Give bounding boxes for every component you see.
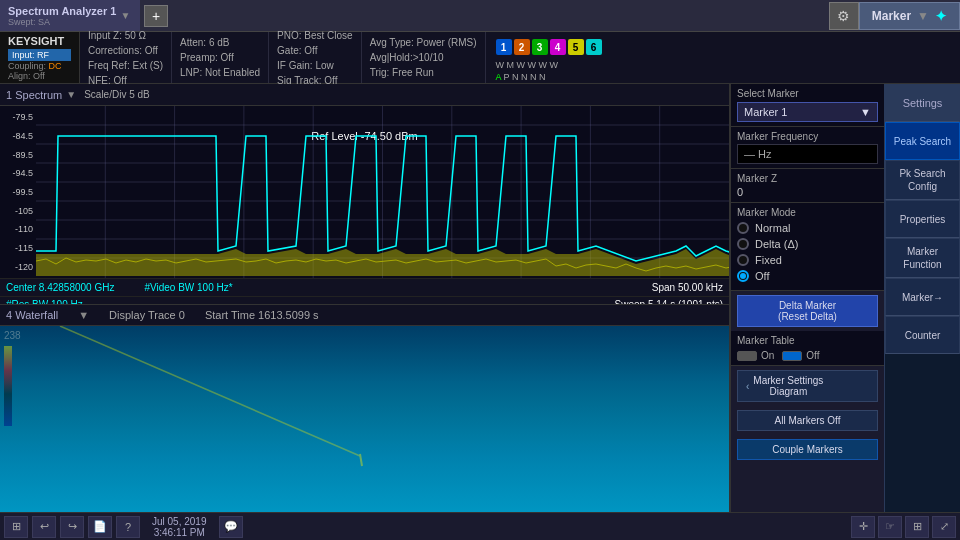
grid-view-button[interactable]: ⊞	[905, 516, 929, 538]
mode-fixed-radio	[737, 254, 749, 266]
chevron-down-icon: ▼	[120, 10, 130, 21]
marker-settings-line1: Marker Settings	[753, 375, 823, 386]
mode-off-label: Off	[755, 270, 769, 282]
marker-table-off[interactable]: Off	[782, 350, 819, 361]
date-text: Jul 05, 2019	[152, 516, 207, 527]
marker-table-on-label: On	[761, 350, 774, 361]
y-label-5: -105	[0, 206, 36, 216]
y-label-1: -84.5	[0, 131, 36, 141]
span-stat: Span 50.00 kHz	[652, 282, 723, 293]
mode-normal-label: Normal	[755, 222, 790, 234]
expand-button[interactable]: ⤢	[932, 516, 956, 538]
marker-function-button[interactable]: Marker Function	[885, 238, 960, 278]
file-icon: 📄	[93, 520, 107, 533]
pk-search-config-button[interactable]: Pk Search Config	[885, 160, 960, 200]
app-subtitle: Swept: SA	[8, 17, 116, 27]
touch-icon: ☞	[885, 520, 895, 533]
keysight-text: KEYSIGHT	[8, 35, 71, 47]
settings-sidebar-button[interactable]: Settings	[885, 84, 960, 122]
file-button[interactable]: 📄	[88, 516, 112, 538]
marker-z-section: Marker Z 0	[731, 169, 884, 203]
spectrum-dropdown-icon: ▼	[66, 89, 76, 100]
waterfall-title: 4 Waterfall	[6, 309, 58, 321]
waterfall-canvas[interactable]: 238	[0, 326, 729, 512]
marker-z-label: Marker Z	[737, 173, 878, 184]
marker-select-value: Marker 1	[744, 106, 787, 118]
marker-table-on[interactable]: On	[737, 350, 774, 361]
settings-gear-button[interactable]: ⚙	[829, 2, 859, 30]
waterfall-trace-svg	[0, 326, 729, 512]
help-icon: ?	[125, 521, 131, 533]
right-panel: Select Marker Marker 1 ▼ Marker Frequenc…	[730, 84, 960, 512]
mode-off-radio	[737, 270, 749, 282]
y-label-6: -110	[0, 224, 36, 234]
marker-z-value: 0	[737, 186, 878, 198]
touch-button[interactable]: ☞	[878, 516, 902, 538]
spectrum-header: 1 Spectrum ▼ Scale/Div 5 dB	[0, 84, 729, 106]
info-col-4: Avg Type: Power (RMS) Avg|Hold:>10/10 Tr…	[362, 32, 486, 83]
waterfall-header: 4 Waterfall ▼ Display Trace 0 Start Time…	[0, 304, 729, 326]
mode-delta-option[interactable]: Delta (Δ)	[737, 238, 878, 250]
add-tab-button[interactable]: +	[144, 5, 168, 27]
chevron-left-icon: ‹	[746, 381, 749, 392]
marker-arrow-button[interactable]: Marker→	[885, 278, 960, 316]
svg-marker-17	[36, 249, 729, 276]
app-title: Spectrum Analyzer 1	[8, 5, 116, 17]
align-info: Align: Off	[8, 71, 71, 81]
marker-settings-diagram-button[interactable]: ‹ Marker Settings Diagram	[737, 370, 878, 402]
spectrum-canvas[interactable]: Ref Level -74.50 dBm -79.5 -84.5 -89.5 -…	[0, 106, 729, 278]
mode-fixed-option[interactable]: Fixed	[737, 254, 878, 266]
info-col-2: Atten: 6 dB Preamp: Off LNP: Not Enabled	[172, 32, 269, 83]
mode-off-option[interactable]: Off	[737, 270, 878, 282]
windows-icon: ⊞	[12, 520, 21, 533]
grid-icon: ⊞	[913, 520, 922, 533]
forward-button[interactable]: ↪	[60, 516, 84, 538]
datetime-display: Jul 05, 2019 3:46:11 PM	[144, 516, 215, 538]
main-area: 1 Spectrum ▼ Scale/Div 5 dB Ref Level -7…	[0, 84, 960, 512]
couple-markers-button[interactable]: Couple Markers	[737, 439, 878, 460]
spectrum-title: 1 Spectrum	[6, 89, 62, 101]
chat-button[interactable]: 💬	[219, 516, 243, 538]
center-freq: Center 8.42858000 GHz	[6, 282, 114, 293]
help-button[interactable]: ?	[116, 516, 140, 538]
counter-button[interactable]: Counter	[885, 316, 960, 354]
back-button[interactable]: ↩	[32, 516, 56, 538]
marker-table-section: Marker Table On Off	[731, 331, 884, 366]
mode-fixed-label: Fixed	[755, 254, 782, 266]
y-label-8: -120	[0, 262, 36, 272]
ap-row: A P N N N N	[490, 71, 608, 83]
info-col-3: PNO: Best Close Gate: Off IF Gain: Low S…	[269, 32, 362, 83]
marker-label: Marker	[872, 9, 911, 23]
rf-badge: Input: RF	[8, 49, 71, 61]
coupling-info: Coupling: DC	[8, 61, 71, 71]
marker-freq-section: Marker Frequency — Hz	[731, 127, 884, 169]
y-label-7: -115	[0, 243, 36, 253]
marker-table-off-toggle	[782, 351, 802, 361]
scale-label: Scale/Div 5 dB	[84, 89, 150, 100]
delta-btn-line2: (Reset Delta)	[746, 311, 869, 322]
mode-normal-option[interactable]: Normal	[737, 222, 878, 234]
peak-search-button[interactable]: Peak Search	[885, 122, 960, 160]
select-marker-label: Select Marker	[737, 88, 878, 99]
right-sidebar: Settings Peak Search Pk Search Config Pr…	[884, 84, 960, 512]
delta-marker-button[interactable]: Delta Marker (Reset Delta)	[737, 295, 878, 327]
marker-select-dropdown[interactable]: Marker 1 ▼	[737, 102, 878, 122]
right-main: Select Marker Marker 1 ▼ Marker Frequenc…	[731, 84, 884, 512]
spectrum-panel: 1 Spectrum ▼ Scale/Div 5 dB Ref Level -7…	[0, 84, 730, 512]
waterfall-start-time: Start Time 1613.5099 s	[205, 309, 319, 321]
mode-delta-radio	[737, 238, 749, 250]
properties-button[interactable]: Properties	[885, 200, 960, 238]
windows-start-button[interactable]: ⊞	[4, 516, 28, 538]
bottom-taskbar: ⊞ ↩ ↪ 📄 ? Jul 05, 2019 3:46:11 PM 💬 ✛ ☞ …	[0, 512, 960, 540]
select-marker-section: Select Marker Marker 1 ▼	[731, 84, 884, 127]
marker-badge-4: 4	[550, 39, 566, 55]
all-markers-off-button[interactable]: All Markers Off	[737, 410, 878, 431]
y-label-0: -79.5	[0, 112, 36, 122]
marker-menu-button[interactable]: Marker ▼ ✦	[859, 2, 960, 30]
waterfall-display-trace: Display Trace 0	[109, 309, 185, 321]
right-top: Select Marker Marker 1 ▼ Marker Frequenc…	[731, 84, 960, 512]
sync-icon: ✦	[935, 8, 947, 24]
wm-row: W M W W W W	[490, 59, 608, 71]
marker-table-options: On Off	[737, 350, 878, 361]
move-button[interactable]: ✛	[851, 516, 875, 538]
